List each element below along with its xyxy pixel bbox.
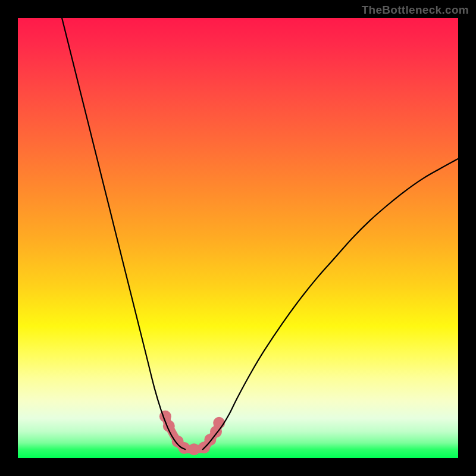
chart-frame: TheBottleneck.com — [0, 0, 476, 476]
curve-group — [62, 18, 458, 449]
watermark-text: TheBottleneck.com — [362, 4, 469, 17]
chart-svg — [18, 18, 458, 458]
data-marker — [213, 417, 225, 429]
curve-right-branch — [203, 159, 458, 449]
curve-left-branch — [62, 18, 185, 449]
data-marker — [188, 443, 200, 455]
